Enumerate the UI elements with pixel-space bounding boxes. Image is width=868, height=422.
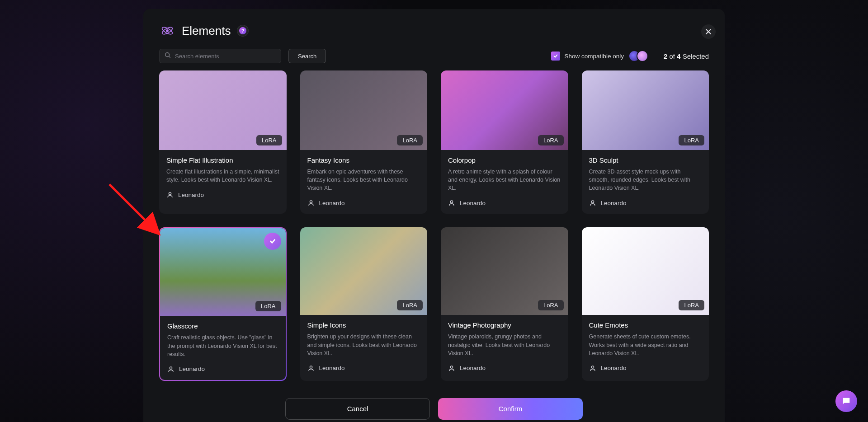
modal-footer: Cancel Confirm	[143, 388, 725, 422]
svg-point-4	[169, 192, 171, 195]
user-icon	[448, 365, 455, 372]
card-title: Vintage Photography	[448, 321, 561, 329]
card-description: Create flat illustrations in a simple, m…	[166, 168, 279, 184]
lora-badge: LoRA	[679, 300, 704, 310]
svg-point-7	[591, 201, 594, 203]
card-author: Leonardo	[166, 191, 279, 198]
lora-badge: LoRA	[397, 300, 423, 310]
card-thumbnail: LoRA	[582, 227, 709, 315]
element-card[interactable]: LoRA Colorpop A retro anime style with a…	[441, 70, 568, 214]
help-icon: ?	[239, 27, 246, 34]
card-author: Leonardo	[448, 199, 561, 206]
svg-point-10	[450, 366, 453, 368]
card-thumbnail: LoRA	[582, 70, 709, 150]
card-description: Create 3D-asset style mock ups with smoo…	[589, 168, 702, 192]
user-icon	[589, 365, 596, 372]
user-icon	[448, 199, 455, 206]
card-thumbnail: LoRA	[300, 70, 428, 150]
card-title: 3D Sculpt	[589, 156, 702, 164]
card-thumbnail: LoRA	[441, 70, 568, 150]
svg-point-2	[166, 29, 169, 32]
card-description: A retro anime style with a splash of col…	[448, 168, 561, 192]
lora-badge: LoRA	[256, 135, 282, 145]
element-card-selected[interactable]: LoRA Glasscore Craft realistic glass obj…	[159, 227, 287, 380]
modal-title: Elements	[182, 24, 231, 38]
card-author: Leonardo	[167, 366, 278, 373]
card-title: Fantasy Icons	[307, 156, 420, 164]
card-description: Generate sheets of cute custom emotes. W…	[589, 333, 702, 357]
element-card[interactable]: LoRA 3D Sculpt Create 3D-asset style moc…	[582, 70, 709, 214]
modal-toolbar: Search Show compatible only 2 of 4 Selec…	[143, 45, 725, 70]
svg-point-6	[450, 201, 453, 203]
svg-point-11	[591, 366, 594, 368]
compatible-filter: Show compatible only	[551, 50, 648, 62]
card-title: Cute Emotes	[589, 321, 702, 329]
selection-max: 4	[677, 52, 680, 60]
card-title: Simple Icons	[307, 321, 420, 329]
modal-header: Elements ?	[143, 9, 725, 45]
card-author: Leonardo	[448, 365, 561, 372]
card-author-name: Leonardo	[319, 365, 345, 371]
chat-icon	[841, 396, 851, 406]
selection-status: 2 of 4 Selected	[664, 52, 709, 60]
elements-modal: Elements ? Search	[143, 9, 725, 422]
card-thumbnail: LoRA	[441, 227, 568, 315]
element-card[interactable]: LoRA Simple Flat Illustration Create fla…	[159, 70, 287, 214]
card-title: Simple Flat Illustration	[166, 156, 279, 164]
confirm-button[interactable]: Confirm	[438, 398, 583, 420]
card-author: Leonardo	[307, 199, 420, 206]
selected-check-icon	[264, 233, 281, 250]
svg-point-9	[310, 366, 312, 368]
selection-count: 2	[664, 52, 667, 60]
chat-bubble-button[interactable]	[835, 390, 857, 412]
card-description: Embark on epic adventures with these fan…	[307, 168, 420, 192]
card-author-name: Leonardo	[601, 365, 627, 371]
element-card[interactable]: LoRA Simple Icons Brighten up your desig…	[300, 227, 428, 380]
user-icon	[589, 199, 596, 206]
search-wrapper	[159, 49, 281, 63]
card-author: Leonardo	[589, 199, 702, 206]
user-icon	[166, 191, 174, 198]
card-thumbnail: LoRA	[300, 227, 428, 315]
card-description: Vintage polaroids, grungy photos and nos…	[448, 333, 561, 357]
element-card[interactable]: LoRA Cute Emotes Generate sheets of cute…	[582, 227, 709, 380]
search-button[interactable]: Search	[288, 49, 326, 63]
card-thumbnail: LoRA	[159, 70, 287, 150]
element-card[interactable]: LoRA Vintage Photography Vintage polaroi…	[441, 227, 568, 380]
avatar	[637, 50, 648, 62]
lora-badge: LoRA	[255, 301, 281, 311]
elements-logo-icon	[159, 23, 175, 39]
svg-point-5	[310, 201, 312, 203]
card-thumbnail: LoRA	[160, 228, 286, 316]
card-author: Leonardo	[307, 365, 420, 372]
card-description: Craft realistic glass objects. Use "glas…	[167, 333, 278, 358]
card-author-name: Leonardo	[179, 366, 205, 372]
close-icon	[705, 28, 712, 35]
element-card[interactable]: LoRA Fantasy Icons Embark on epic advent…	[300, 70, 428, 214]
lora-badge: LoRA	[679, 135, 704, 145]
help-button[interactable]: ?	[237, 25, 249, 37]
card-title: Glasscore	[167, 322, 278, 330]
svg-point-8	[170, 367, 172, 369]
card-author-name: Leonardo	[460, 200, 486, 206]
close-button[interactable]	[701, 24, 716, 39]
card-author-name: Leonardo	[601, 200, 627, 206]
card-author-name: Leonardo	[460, 365, 486, 371]
cancel-button[interactable]: Cancel	[285, 398, 430, 420]
card-author: Leonardo	[589, 365, 702, 372]
check-icon	[553, 53, 558, 59]
compatible-avatars	[632, 50, 648, 62]
elements-grid: LoRA Simple Flat Illustration Create fla…	[143, 70, 725, 388]
lora-badge: LoRA	[397, 135, 423, 145]
lora-badge: LoRA	[538, 300, 564, 310]
user-icon	[307, 199, 315, 206]
search-input[interactable]	[159, 49, 281, 63]
search-icon	[165, 52, 171, 60]
compatible-label: Show compatible only	[565, 53, 624, 60]
compatible-checkbox[interactable]	[551, 52, 560, 61]
card-author-name: Leonardo	[319, 200, 345, 206]
lora-badge: LoRA	[538, 135, 564, 145]
card-author-name: Leonardo	[178, 192, 204, 198]
card-description: Brighten up your designs with these clea…	[307, 333, 420, 357]
user-icon	[167, 366, 175, 373]
